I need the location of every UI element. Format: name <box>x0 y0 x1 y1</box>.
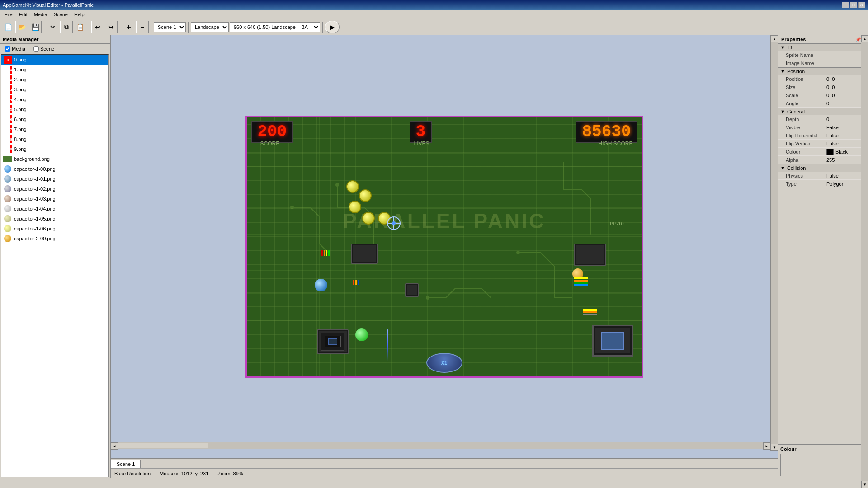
media-tabs: Media Scene <box>0 44 110 53</box>
collapse-icon-id: ▼ <box>780 45 785 50</box>
mouse-pos-label: Mouse x: 1012, y: 231 <box>160 471 208 476</box>
list-item[interactable]: capacitor-1-00.png <box>1 164 108 174</box>
hscroll-track[interactable] <box>118 442 763 449</box>
tab-media[interactable]: Media <box>2 45 28 53</box>
left-panel: Media Manager Media Scene 0 0.png 1 <box>0 35 111 478</box>
depth-value: 0 <box>826 117 866 122</box>
paste-button[interactable]: 📋 <box>74 21 86 33</box>
list-item[interactable]: capacitor-1-05.png <box>1 214 108 224</box>
list-item[interactable]: 6 6.png <box>1 114 108 124</box>
angle-label: Angle <box>786 101 826 106</box>
section-id-header[interactable]: ▼ ID <box>778 44 868 51</box>
list-item[interactable]: 2 2.png <box>1 75 108 84</box>
canvas-viewport[interactable]: 200 SCORE 3 LIVES 85630 HIGH SCORE PP-10… <box>111 35 778 458</box>
svg-point-21 <box>426 296 429 300</box>
vscroll-up[interactable]: ▲ <box>771 35 778 42</box>
size-value: 0; 0 <box>826 84 866 90</box>
menu-scene[interactable]: Scene <box>51 11 71 18</box>
right-scroll-down[interactable]: ▼ <box>861 481 868 488</box>
menu-help[interactable]: Help <box>71 11 87 18</box>
undo-button[interactable]: ↩ <box>91 21 104 33</box>
tab-scene[interactable]: Scene <box>30 45 57 53</box>
section-position-header[interactable]: ▼ Position <box>778 68 868 75</box>
list-item[interactable]: 1 1.png <box>1 65 108 75</box>
scene-tabs: Scene 1 <box>111 458 778 468</box>
pp10-label: PP-10 <box>610 221 624 226</box>
hscroll-right[interactable]: ► <box>763 442 770 450</box>
media-item-name: 4.png <box>14 97 27 102</box>
tab-scene-checkbox[interactable] <box>33 46 39 52</box>
media-item-name: capacitor-1-00.png <box>14 166 56 172</box>
scene-tab-1[interactable]: Scene 1 <box>111 460 141 468</box>
canvas-hscrollbar[interactable]: ◄ ► <box>111 442 770 449</box>
image-name-input[interactable] <box>826 61 866 66</box>
menu-edit[interactable]: Edit <box>16 11 30 18</box>
media-item-name: capacitor-2-00.png <box>14 236 56 241</box>
list-item[interactable]: capacitor-1-06.png <box>1 224 108 234</box>
media-item-name: 9.png <box>14 146 27 152</box>
menu-media[interactable]: Media <box>31 11 50 18</box>
tab-media-checkbox[interactable] <box>5 46 10 52</box>
list-item[interactable]: capacitor-1-02.png <box>1 184 108 194</box>
sprite-name-input[interactable] <box>826 52 866 58</box>
remove-button[interactable]: – <box>136 21 149 33</box>
list-item[interactable]: 5 5.png <box>1 104 108 114</box>
play-button[interactable]: ▶ <box>325 21 340 33</box>
window-controls: – □ ✕ <box>842 2 865 8</box>
list-item[interactable]: 9 9.png <box>1 144 108 154</box>
lives-label: LIVES <box>414 141 429 147</box>
add-button[interactable]: + <box>123 21 135 33</box>
new-button[interactable]: 📄 <box>2 21 14 33</box>
section-general-header[interactable]: ▼ General <box>778 108 868 115</box>
minimize-button[interactable]: – <box>842 2 849 8</box>
list-item[interactable]: 7 7.png <box>1 124 108 134</box>
vscroll-track[interactable] <box>771 42 778 444</box>
list-item[interactable]: 0 0.png <box>1 55 108 65</box>
prop-depth: Depth 0 <box>778 115 868 123</box>
list-item[interactable]: capacitor-2-00.png <box>1 234 108 244</box>
cut-button[interactable]: ✂ <box>47 21 59 33</box>
list-item[interactable]: 4 4.png <box>1 94 108 104</box>
chip-3 <box>405 283 419 297</box>
laser-beam <box>387 329 388 361</box>
collapse-icon-pos: ▼ <box>780 69 785 74</box>
media-thumb-7: 7 <box>3 125 12 134</box>
main-layout: Media Manager Media Scene 0 0.png 1 <box>0 35 868 478</box>
section-collision-header[interactable]: ▼ Collision <box>778 164 868 172</box>
list-item[interactable]: capacitor-1-03.png <box>1 194 108 204</box>
list-item[interactable]: 8 8.png <box>1 134 108 144</box>
resolution-select[interactable]: 960 x 640 (1.50) Landscape – BA <box>230 22 320 32</box>
list-item[interactable]: capacitor-1-01.png <box>1 174 108 184</box>
right-scroll-up[interactable]: ▲ <box>861 35 868 42</box>
paddle: X1 <box>426 353 462 373</box>
orientation-select[interactable]: Landscape <box>191 22 229 32</box>
hscroll-left[interactable]: ◄ <box>111 442 118 450</box>
scale-value: 0; 0 <box>826 93 866 98</box>
scene-select[interactable]: Scene 1 <box>154 22 186 32</box>
canvas-vscrollbar[interactable]: ▲ ▼ <box>770 35 778 451</box>
colour-swatch[interactable] <box>826 149 834 155</box>
redo-button[interactable]: ↪ <box>105 21 118 33</box>
flip-v-label: Flip Vertical <box>786 141 826 146</box>
ball-3 <box>349 201 361 213</box>
list-item[interactable]: capacitor-1-04.png <box>1 204 108 214</box>
media-item-name: 3.png <box>14 87 27 92</box>
list-item[interactable]: background.png <box>1 154 108 164</box>
hscroll-thumb[interactable] <box>118 443 208 448</box>
save-button[interactable]: 💾 <box>29 21 42 33</box>
media-thumb-cap200 <box>3 234 12 243</box>
color-strip-2 <box>583 309 597 315</box>
vscroll-down[interactable]: ▼ <box>771 444 778 451</box>
menu-file[interactable]: File <box>2 11 15 18</box>
zoom-label: Zoom: 89% <box>217 471 243 476</box>
maximize-button[interactable]: □ <box>850 2 857 8</box>
media-item-name: capacitor-1-06.png <box>14 226 56 231</box>
props-pin[interactable]: 📌 <box>855 37 861 42</box>
hiscore-display: 85630 <box>576 121 637 143</box>
prop-size: Size 0; 0 <box>778 83 868 91</box>
open-button[interactable]: 📂 <box>15 21 28 33</box>
close-button[interactable]: ✕ <box>858 2 865 8</box>
copy-button[interactable]: ⧉ <box>60 21 73 33</box>
list-item[interactable]: 3 3.png <box>1 84 108 94</box>
right-panel-scrollbar[interactable]: ▲ ▼ <box>861 35 868 488</box>
